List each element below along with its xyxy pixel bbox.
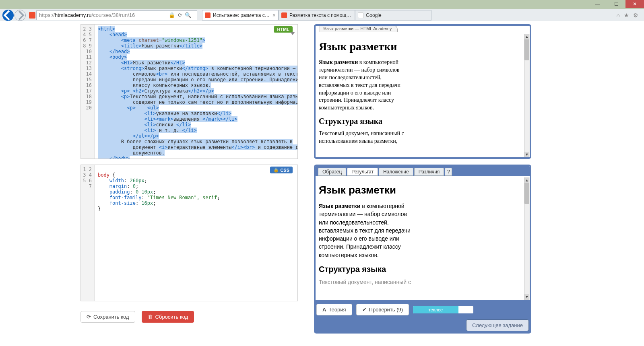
scroll-up-icon[interactable]: ▲: [524, 34, 529, 39]
window-close-button[interactable]: ✕: [625, 0, 644, 8]
scrollbar[interactable]: [524, 34, 530, 157]
left-bottom-buttons: ⟳ Сохранить код 🗑 Сбросить код: [80, 307, 298, 327]
forward-button[interactable]: [14, 10, 26, 21]
url-protocol: https://: [39, 12, 55, 18]
home-icon[interactable]: ⌂: [617, 12, 620, 19]
url-tools: 🔒 ⟳ 🔍: [169, 12, 191, 18]
html-editor[interactable]: HTML 2 3 4 5 6 7 8 9 10 11 12 13 14 15 1…: [80, 24, 298, 159]
preview-h2: Структура языка: [319, 117, 405, 126]
button-label: Проверить (9): [369, 307, 403, 313]
tab-label: Испытание: разметка стат...: [213, 12, 270, 18]
html-code-area[interactable]: <html> <head> <meta charset="windows-125…: [95, 25, 297, 159]
arrow-right-icon: [15, 10, 25, 21]
preview-body: Язык разметки Язык разметки в компьютерн…: [316, 177, 416, 300]
tab-sample[interactable]: Образец: [318, 168, 346, 176]
progress-fill: теплее: [413, 306, 458, 313]
scroll-down-icon[interactable]: ▼: [524, 152, 529, 157]
preview-h2: Структура языка: [319, 265, 413, 274]
preview-h1: Язык разметки: [319, 184, 413, 196]
window-titlebar: — ☐ ✕: [0, 0, 644, 9]
gear-icon[interactable]: ⚙: [633, 12, 638, 19]
browser-tabs: Испытание: разметка стат... × Разметка т…: [202, 10, 431, 21]
button-label: Теория: [328, 307, 346, 313]
page-content: HTML 2 3 4 5 6 7 8 9 10 11 12 13 14 15 1…: [0, 21, 644, 346]
lock-icon: 🔒: [169, 12, 175, 18]
preview-p1: Язык разметки в компьютерной терминологи…: [319, 59, 405, 112]
trash-icon: 🗑: [148, 314, 153, 320]
preview-p1: Язык разметки в компьютерной терминологи…: [319, 202, 413, 259]
scrollbar-thumb[interactable]: [524, 36, 529, 60]
scroll-down-icon[interactable]: ▼: [524, 294, 529, 300]
star-icon[interactable]: ★: [624, 12, 629, 19]
preview-mode-tabs: Образец Результат Наложение Различия ?: [316, 166, 530, 176]
html-gutter: 2 3 4 5 6 7 8 9 10 11 12 13 14 15 16 17 …: [81, 25, 95, 159]
url-path: /courses/38/run/16: [92, 12, 135, 18]
tab-result[interactable]: Результат: [347, 168, 378, 176]
check-icon: ✔: [362, 307, 367, 313]
reset-code-button[interactable]: 🗑 Сбросить код: [142, 311, 194, 323]
address-bar[interactable]: https://htmlacademy.ru/courses/38/run/16…: [36, 10, 197, 20]
browser-tab-0[interactable]: Испытание: разметка стат... ×: [202, 10, 279, 21]
preview-tab-title: Язык разметки — HTML Academy: [320, 25, 398, 32]
refresh-icon[interactable]: ⟳: [177, 12, 183, 18]
preview-p2: Текстовый документ, написанный с использ…: [319, 130, 405, 145]
scrollbar[interactable]: [524, 177, 530, 300]
browser-tab-1[interactable]: Разметка текста с помощью ...: [279, 10, 355, 21]
browser-tab-2[interactable]: Google: [355, 10, 431, 21]
preview-h1: Язык разметки: [319, 40, 405, 53]
browser-toolbar: https://htmlacademy.ru/courses/38/run/16…: [0, 9, 644, 21]
tab-favicon-icon: [281, 12, 287, 18]
css-gutter: 1 2 3 4 5 6 7: [81, 165, 95, 301]
browser-tool-icons: ⌂ ★ ⚙: [617, 12, 642, 19]
tab-help[interactable]: ?: [445, 168, 452, 176]
window-maximize-button[interactable]: ☐: [607, 0, 625, 8]
url-host: htmlacademy.ru: [55, 12, 92, 18]
tab-diff[interactable]: Различия: [414, 168, 444, 176]
preview-reference: Образец Результат Наложение Различия ? ▲…: [314, 165, 531, 301]
button-label: Сбросить код: [155, 314, 188, 320]
check-button[interactable]: ✔ Проверить (9): [356, 304, 409, 315]
progress-bar: теплее: [413, 306, 473, 313]
refresh-icon: ⟳: [87, 314, 91, 320]
tab-overlay[interactable]: Наложение: [379, 168, 413, 176]
tab-close-icon[interactable]: ×: [272, 12, 276, 19]
save-code-button[interactable]: ⟳ Сохранить код: [80, 311, 135, 323]
preview-body: Язык разметки Язык разметки в компьютерн…: [316, 34, 408, 157]
tab-favicon-icon: [358, 12, 363, 18]
site-favicon-icon: [29, 12, 35, 19]
next-task-button[interactable]: Следующее задание: [466, 319, 529, 331]
css-editor[interactable]: 🔒CSS 1 2 3 4 5 6 7 body { width: 260px; …: [80, 165, 298, 301]
theory-button[interactable]: A Теория: [316, 304, 352, 315]
tab-favicon-icon: [205, 12, 211, 18]
css-code-area[interactable]: body { width: 260px; margin: 0; padding:…: [95, 165, 297, 301]
arrow-left-icon: [2, 10, 14, 21]
font-icon: A: [322, 307, 326, 313]
tab-label: Google: [366, 12, 429, 18]
window-minimize-button[interactable]: —: [588, 0, 607, 8]
tab-label: Разметка текста с помощью ...: [289, 12, 352, 18]
back-button[interactable]: [2, 10, 14, 21]
search-icon[interactable]: 🔍: [185, 12, 191, 18]
scroll-up-icon[interactable]: ▲: [524, 177, 529, 183]
right-column: Язык разметки — HTML Academy ▲ ▼ Язык ра…: [314, 24, 531, 346]
left-column: HTML 2 3 4 5 6 7 8 9 10 11 12 13 14 15 1…: [80, 24, 298, 346]
preview-p2: Текстовый документ, написанный с: [319, 278, 413, 286]
preview-footer-bar: A Теория ✔ Проверить (9) теплее Следующе…: [314, 301, 531, 334]
scrollbar-thumb[interactable]: [524, 180, 529, 204]
button-label: Сохранить код: [93, 314, 129, 320]
preview-output: Язык разметки — HTML Academy ▲ ▼ Язык ра…: [314, 24, 531, 159]
